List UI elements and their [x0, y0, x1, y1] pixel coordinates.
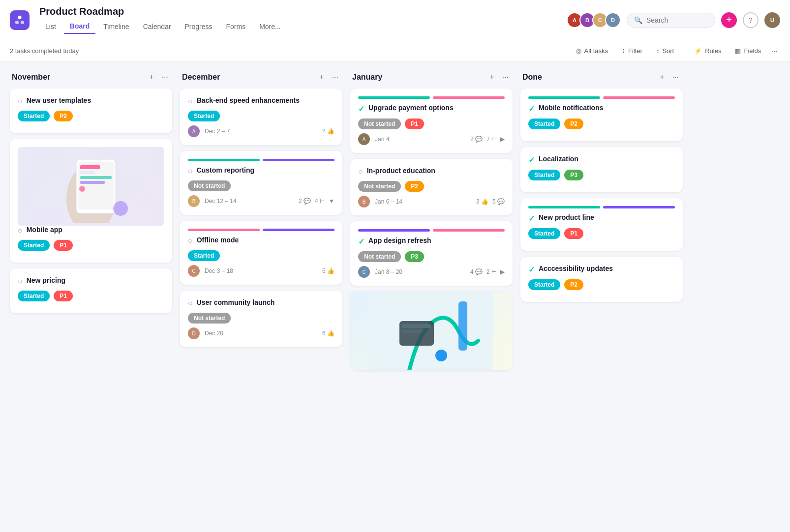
- search-input[interactable]: [646, 16, 708, 24]
- card-localization-tags: Started P3: [528, 170, 675, 180]
- meta-date: Dec 20: [205, 330, 223, 337]
- tag-p1: P1: [54, 240, 73, 251]
- column-december-add[interactable]: +: [317, 72, 326, 83]
- sort-label: Sort: [662, 47, 674, 55]
- column-december: December + ··· ○ Back-end speed enhancem…: [180, 72, 342, 353]
- jan-image-placeholder: [350, 292, 513, 370]
- add-button[interactable]: +: [721, 12, 737, 28]
- column-december-menu[interactable]: ···: [330, 72, 340, 83]
- card-new-pricing[interactable]: ○ New pricing Started P1: [10, 268, 172, 313]
- nav-more[interactable]: More...: [253, 20, 287, 33]
- tag-not-started: Not started: [358, 181, 401, 192]
- check-icon: ○: [188, 299, 193, 308]
- search-box[interactable]: 🔍: [627, 13, 715, 28]
- help-button[interactable]: ?: [743, 12, 759, 28]
- bar-purple: [263, 159, 334, 161]
- card-offline-mode[interactable]: ○ Offline mode Started C Dec 3 – 18 6 👍: [180, 221, 342, 285]
- column-december-title: December: [182, 73, 313, 82]
- card-app-design-refresh[interactable]: ✓ App design refresh Not started P3 C Ja…: [350, 221, 513, 286]
- rules-icon: ⚡: [694, 47, 702, 55]
- column-november-add[interactable]: +: [147, 72, 155, 83]
- column-done-header: Done + ···: [520, 72, 683, 83]
- card-in-product-education-title: ○ In-product education: [358, 167, 505, 176]
- column-done-menu[interactable]: ···: [670, 72, 681, 83]
- tag-not-started: Not started: [188, 180, 231, 191]
- card-in-product-education[interactable]: ○ In-product education Not started P2 B …: [350, 159, 513, 215]
- card-new-user-templates[interactable]: ○ New user templates Started P2: [10, 89, 172, 133]
- filter-button[interactable]: ⫶ Filter: [616, 44, 648, 58]
- bar-green: [358, 96, 430, 99]
- check-icon: ○: [188, 167, 193, 176]
- fields-button[interactable]: ▦ Fields: [729, 44, 767, 58]
- card-accessibility-updates[interactable]: ✓ Acccessibility updates Started P2: [520, 257, 683, 302]
- nav-progress[interactable]: Progress: [179, 20, 218, 33]
- tag-p3: P3: [564, 170, 583, 180]
- card-jan-image[interactable]: [350, 292, 513, 370]
- column-november-title: November: [12, 73, 143, 82]
- progress-bars: [188, 159, 334, 161]
- card-accessibility-updates-title: ✓ Acccessibility updates: [528, 265, 675, 274]
- nav-list[interactable]: List: [39, 20, 62, 33]
- card-localization[interactable]: ✓ Localization Started P3: [520, 147, 683, 192]
- tag-not-started: Not started: [188, 313, 231, 324]
- tag-started: Started: [18, 240, 50, 251]
- tag-not-started: Not started: [358, 118, 401, 129]
- rules-button[interactable]: ⚡ Rules: [688, 44, 727, 58]
- card-localization-title: ✓ Localization: [528, 155, 675, 165]
- meta-avatar: C: [188, 265, 200, 277]
- meta-date: Jan 6 – 14: [375, 198, 402, 205]
- nav-calendar[interactable]: Calendar: [137, 20, 177, 33]
- user-avatar[interactable]: U: [764, 12, 780, 28]
- column-december-actions: + ···: [317, 72, 340, 83]
- nav-forms[interactable]: Forms: [220, 20, 252, 33]
- more-options-button[interactable]: ···: [769, 44, 780, 58]
- check-icon-done: ✓: [528, 214, 535, 223]
- card-mobile-app[interactable]: ○ Mobile app Started P1: [10, 139, 172, 263]
- column-january-menu[interactable]: ···: [500, 72, 511, 83]
- likes-count: 6 👍: [322, 330, 334, 337]
- column-january-header: January + ···: [350, 72, 513, 83]
- expand-icon[interactable]: ▶: [500, 268, 505, 275]
- fields-label: Fields: [744, 47, 761, 55]
- phone-illustration: [18, 147, 164, 226]
- card-new-product-line[interactable]: ✓ New product line Started P1: [520, 198, 683, 251]
- card-upgrade-payment[interactable]: ✓ Upgrade payment options Not started P1…: [350, 89, 513, 153]
- meta-actions: 4 💬 2 ⊢ ▶: [470, 268, 505, 275]
- card-upgrade-payment-tags: Not started P1: [358, 118, 505, 129]
- card-mobile-notifications-title: ✓ Mobile notifications: [528, 104, 675, 114]
- card-offline-mode-title: ○ Offline mode: [188, 236, 334, 245]
- sort-button[interactable]: ↕ Sort: [650, 44, 680, 58]
- expand-icon[interactable]: ▼: [329, 198, 334, 205]
- card-mobile-notifications[interactable]: ✓ Mobile notifications Started P2: [520, 89, 683, 141]
- subtasks-count: 7 ⊢: [486, 136, 496, 143]
- column-november-menu[interactable]: ···: [160, 72, 170, 83]
- app-logo: [10, 10, 30, 30]
- nav-board[interactable]: Board: [64, 19, 95, 34]
- header-right: A B C D 🔍 + ? U: [567, 12, 780, 28]
- tasks-completed-info: 2 tasks completed today: [10, 47, 79, 55]
- column-january-add[interactable]: +: [487, 72, 496, 83]
- tag-p2: P2: [405, 181, 424, 192]
- all-tasks-button[interactable]: ◎ All tasks: [570, 44, 614, 58]
- tag-p1: P1: [405, 118, 424, 129]
- tag-p3: P3: [405, 251, 424, 262]
- sort-icon: ↕: [656, 47, 660, 55]
- tag-not-started: Not started: [358, 251, 401, 262]
- filter-label: Filter: [628, 47, 642, 55]
- card-upgrade-payment-meta: A Jan 4 2 💬 7 ⊢ ▶: [358, 133, 505, 145]
- expand-icon[interactable]: ▶: [500, 136, 505, 143]
- card-mobile-app-title: ○ Mobile app: [18, 226, 164, 235]
- column-december-header: December + ···: [180, 72, 342, 83]
- card-backend-speed[interactable]: ○ Back-end speed enhancements Started A …: [180, 89, 342, 145]
- card-custom-reporting[interactable]: ○ Custom reporting Not started B Dec 12 …: [180, 151, 342, 215]
- column-done: Done + ··· ✓ Mobile notifications Starte…: [520, 72, 683, 308]
- tag-p1: P1: [54, 291, 73, 301]
- card-mobile-app-image: [18, 147, 164, 226]
- check-icon: ○: [18, 97, 23, 106]
- column-done-add[interactable]: +: [658, 72, 666, 83]
- meta-actions: 6 👍: [322, 267, 334, 274]
- bar-green: [528, 96, 600, 99]
- nav-timeline[interactable]: Timeline: [97, 20, 135, 33]
- card-user-community-launch[interactable]: ○ User community launch Not started D De…: [180, 291, 342, 347]
- comments-count: 2 💬: [299, 198, 311, 205]
